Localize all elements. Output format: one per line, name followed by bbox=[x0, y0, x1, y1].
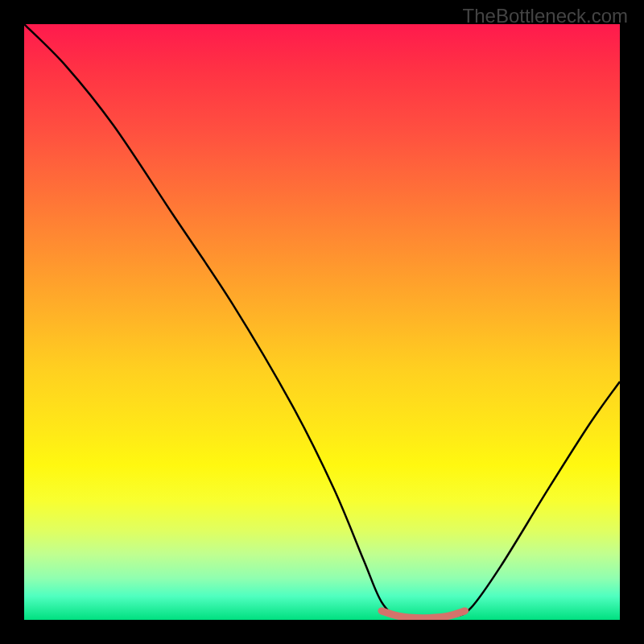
watermark-text: TheBottleneck.com bbox=[463, 5, 628, 27]
optimal-range-highlight bbox=[382, 611, 465, 618]
chart-container: TheBottleneck.com bbox=[0, 0, 644, 644]
chart-svg bbox=[24, 24, 620, 620]
plot-area bbox=[24, 24, 620, 620]
bottleneck-curve bbox=[24, 24, 620, 620]
